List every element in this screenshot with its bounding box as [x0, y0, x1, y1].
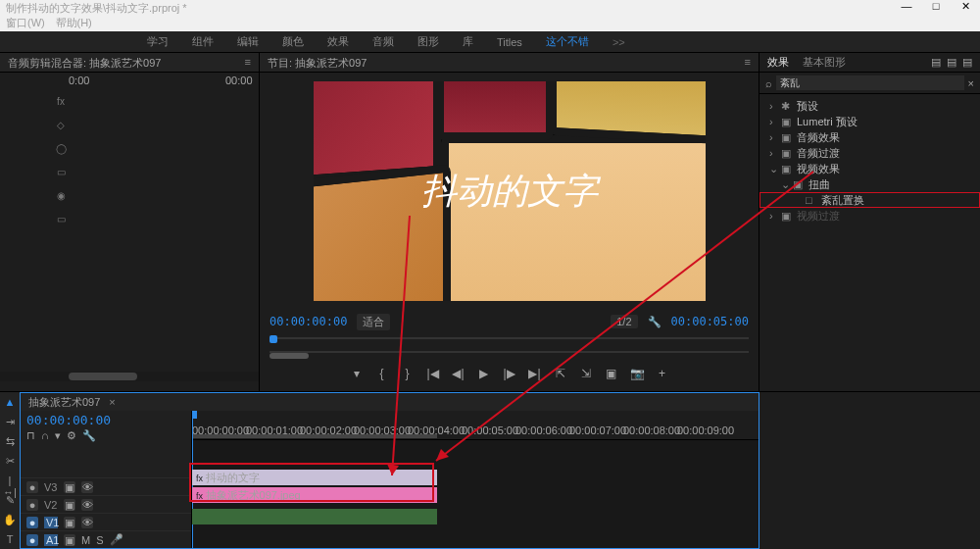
tab-effects[interactable]: 效果	[767, 55, 789, 70]
tree-turbulent-displace[interactable]: □紊乱置换	[760, 192, 980, 208]
settings-icon[interactable]: 🔧	[648, 316, 662, 328]
camera-icon[interactable]: 📷	[630, 367, 644, 380]
mic-icon[interactable]: 🎤	[110, 533, 123, 546]
go-in-icon[interactable]: |◀	[426, 367, 440, 380]
timeline-timecode[interactable]: 00:00:00:00	[26, 413, 185, 427]
hand-tool-icon[interactable]: ✋	[2, 514, 18, 529]
track-v3[interactable]: ●V3▣👁	[21, 477, 191, 495]
step-back-icon[interactable]: ◀|	[452, 367, 466, 380]
tree-video-fx[interactable]: ⌄▣视频效果	[760, 161, 980, 176]
eye-icon[interactable]: 👁	[81, 481, 93, 493]
play-icon[interactable]: ▶	[477, 367, 491, 380]
minimize-button[interactable]: —	[892, 0, 921, 16]
zoom-dropdown[interactable]: 1/2	[611, 315, 637, 328]
pen-tool-icon[interactable]: ✎	[2, 494, 18, 510]
tree-video-tr[interactable]: ›▣视频过渡	[760, 208, 980, 224]
mixer-scrollbar[interactable]	[0, 372, 259, 381]
ws-custom[interactable]: 这个不错	[546, 34, 589, 49]
track-toggle[interactable]: ●	[26, 499, 38, 511]
maximize-button[interactable]: □	[921, 0, 951, 16]
close-button[interactable]: ✕	[951, 0, 980, 16]
ws-titles[interactable]: Titles	[497, 36, 522, 48]
preset-icon[interactable]: ▤	[931, 56, 941, 69]
ws-editing[interactable]: 编辑	[237, 34, 259, 49]
preset-icon[interactable]: ▤	[947, 56, 956, 69]
export-frame-icon[interactable]: ▣	[605, 367, 618, 380]
volume-icon[interactable]: ▭	[54, 167, 68, 180]
ws-effects[interactable]: 效果	[327, 34, 349, 49]
clear-search-icon[interactable]: ×	[968, 77, 974, 89]
track-toggle[interactable]: ●	[26, 534, 38, 546]
clip-audio[interactable]	[192, 509, 437, 524]
solo-icon[interactable]: S	[96, 534, 103, 546]
tab-graphics[interactable]: 基本图形	[803, 55, 846, 70]
track-v2[interactable]: ●V2▣👁	[21, 495, 191, 513]
panel-menu-icon[interactable]: ≡	[245, 56, 251, 68]
ws-library[interactable]: 库	[463, 34, 473, 49]
track-output-toggle[interactable]: ▣	[64, 481, 75, 493]
mute-icon[interactable]: ◉	[54, 190, 68, 204]
fx-icon[interactable]: fx	[54, 96, 68, 110]
ws-learn[interactable]: 学习	[147, 34, 169, 49]
track-output-toggle[interactable]: ▣	[64, 517, 75, 528]
track-select-tool-icon[interactable]: ⇥	[2, 416, 18, 431]
go-out-icon[interactable]: ▶|	[528, 367, 542, 380]
fit-dropdown[interactable]: 适合	[357, 314, 390, 330]
ws-overflow-icon[interactable]: >>	[612, 36, 625, 48]
eye-icon[interactable]: 👁	[81, 499, 93, 511]
mark-out-icon[interactable]: }	[401, 367, 415, 380]
timecode-in[interactable]: 00:00:00:00	[270, 315, 347, 328]
audio-mixer-panel: 音频剪辑混合器: 抽象派艺术097 ≡ 0:00 00:00 fx ◇ ◯ ▭ …	[0, 53, 260, 391]
razor-tool-icon[interactable]: ✂	[2, 455, 18, 471]
tree-audio-fx[interactable]: ›▣音频效果	[760, 129, 980, 145]
mark-in-icon[interactable]: {	[375, 367, 389, 380]
sequence-title: 抽象派艺术097	[28, 396, 100, 408]
menu-window[interactable]: 窗口(W)	[6, 17, 45, 28]
selection-tool-icon[interactable]: ▲	[2, 396, 18, 412]
keyframe-icon[interactable]: ◇	[54, 120, 68, 133]
ws-audio[interactable]: 音频	[372, 34, 394, 49]
ws-assembly[interactable]: 组件	[192, 34, 214, 49]
timeline-tab[interactable]: 抽象派艺术097 ×	[21, 393, 759, 411]
preset-icon[interactable]: ▤	[962, 56, 972, 69]
solo-icon[interactable]: ▭	[54, 214, 68, 227]
track-v1[interactable]: ●V1▣👁	[21, 513, 191, 530]
track-output-toggle[interactable]: ▣	[64, 499, 75, 511]
monitor-zoom-bar[interactable]	[270, 347, 749, 361]
menu-help[interactable]: 帮助(H)	[56, 17, 92, 28]
tree-lumetri[interactable]: ›▣Lumetri 预设	[760, 114, 980, 129]
track-a1[interactable]: ●A1▣MS🎤	[21, 530, 191, 548]
panel-menu-icon[interactable]: ≡	[745, 56, 751, 68]
tree-audio-tr[interactable]: ›▣音频过渡	[760, 145, 980, 161]
lift-icon[interactable]: ⇱	[554, 367, 567, 380]
tree-distort[interactable]: ⌄▣扭曲	[760, 176, 980, 192]
pan-icon[interactable]: ◯	[54, 143, 68, 157]
type-tool-icon[interactable]: T	[2, 533, 18, 549]
slip-tool-icon[interactable]: |↔|	[2, 474, 18, 490]
timeline-ruler[interactable]: 00:00:00:00 00:00:01:00 00:00:02:00 00:0…	[192, 411, 759, 440]
track-toggle[interactable]: ●	[26, 517, 38, 528]
add-marker-icon[interactable]: ▾	[350, 367, 364, 380]
eye-icon[interactable]: 👁	[81, 517, 93, 528]
transport-controls: ▾ { } |◀ ◀| ▶ |▶ ▶| ⇱ ⇲ ▣ 📷 +	[260, 361, 759, 386]
ws-graphics[interactable]: 图形	[417, 34, 439, 49]
audio-mixer-tab[interactable]: 音频剪辑混合器: 抽象派艺术097 ≡	[0, 53, 259, 73]
search-input[interactable]	[776, 75, 964, 90]
track-output-toggle[interactable]: ▣	[64, 534, 75, 546]
track-toggle[interactable]: ●	[26, 481, 38, 493]
tree-presets[interactable]: ›✱预设	[760, 98, 980, 114]
project-title: 制作抖动的文字效果\抖动文字.prproj *	[6, 2, 187, 14]
mute-icon[interactable]: M	[81, 534, 90, 546]
program-tab[interactable]: 节目: 抽象派艺术097 ≡	[260, 53, 759, 73]
timecode-out: 00:00:05:00	[671, 315, 749, 328]
step-fwd-icon[interactable]: |▶	[503, 367, 516, 380]
button-editor-icon[interactable]: +	[656, 367, 669, 380]
monitor-scrubber[interactable]	[270, 333, 749, 347]
playhead-icon[interactable]	[270, 335, 277, 343]
program-monitor[interactable]: 抖动的文字	[260, 73, 759, 310]
close-tab-icon[interactable]: ×	[109, 396, 115, 408]
extract-icon[interactable]: ⇲	[579, 367, 593, 380]
bottom-right-spacer	[760, 392, 980, 549]
ws-color[interactable]: 颜色	[282, 34, 304, 49]
ripple-tool-icon[interactable]: ⇆	[2, 435, 18, 451]
